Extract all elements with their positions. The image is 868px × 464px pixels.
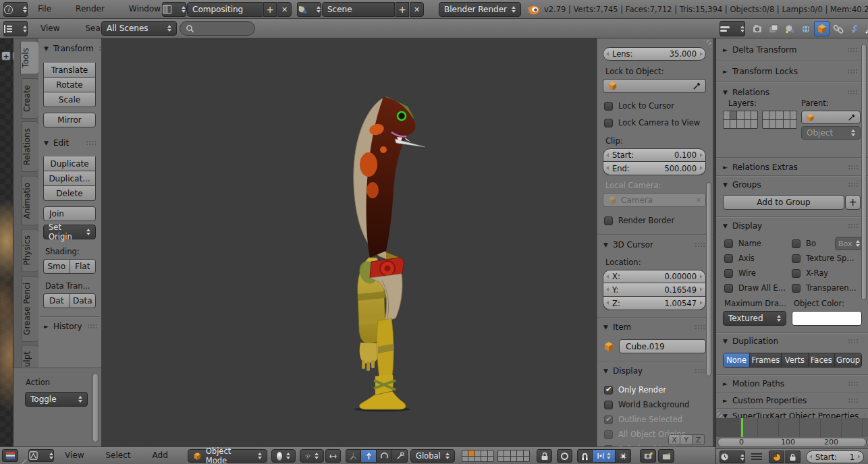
lock-to-object-field[interactable] <box>603 79 706 93</box>
parent-type-dropdown[interactable]: Object <box>801 126 861 140</box>
menu-item[interactable]: Add <box>150 451 171 460</box>
duplication-header[interactable]: ▼ Duplication <box>723 337 859 346</box>
lock-to-scene-button[interactable] <box>537 449 552 463</box>
motion-paths-header[interactable]: ► Motion Paths <box>723 379 859 388</box>
transform-locks-header[interactable]: ► Transform Locks <box>723 67 859 76</box>
history-panel-header[interactable]: ► History <box>44 322 97 331</box>
lock-time-cursor-button[interactable] <box>785 451 801 463</box>
add-layout-button[interactable]: + <box>263 2 277 17</box>
outliner-search-input[interactable] <box>180 21 255 36</box>
display-checkbox-row[interactable]: Wire <box>724 266 786 281</box>
custom-properties-header[interactable]: ► Custom Properties <box>723 396 859 405</box>
menu-item[interactable]: View <box>62 451 86 460</box>
cursor-x-field[interactable]: X:0.00000 <box>603 270 706 283</box>
panel-grip-icon[interactable] <box>863 413 865 419</box>
tool-shelf-tab[interactable]: Animatio <box>22 176 38 226</box>
snap-element-dropdown[interactable] <box>593 449 616 463</box>
shade-flat-button[interactable]: Flat <box>70 259 97 274</box>
mirror-button[interactable]: Mirror <box>43 113 96 127</box>
item-panel-header[interactable]: ▼ Item <box>603 322 706 332</box>
supertuxkart-header[interactable]: ▼ SuperTuxKart Object Properties <box>723 411 865 418</box>
item-name-field[interactable]: Cube.019 <box>619 339 706 353</box>
panel-grip-icon[interactable] <box>86 140 97 146</box>
screen-layout-selector-button[interactable] <box>162 2 186 17</box>
viewport-layers-grid-2[interactable] <box>497 450 530 462</box>
render-layers-tab[interactable] <box>765 21 781 36</box>
editor-type-outliner-button[interactable] <box>3 21 28 36</box>
relations-header[interactable]: ▼ Relations <box>723 88 859 97</box>
tool-button[interactable]: Delete <box>43 186 96 201</box>
add-scene-button[interactable]: + <box>396 2 409 17</box>
3d-viewport[interactable]: Lens: 35.000 Lock to Object: Lock to Cur… <box>101 38 715 446</box>
panel-grip-icon[interactable] <box>87 324 99 330</box>
axis-y-button[interactable]: Y <box>680 434 693 445</box>
display-checkbox-row[interactable]: Texture Sp... <box>792 251 857 266</box>
clip-start-field[interactable]: Start:0.100 <box>603 148 706 162</box>
scene-name-field[interactable]: Scene <box>322 2 395 17</box>
menu-item[interactable]: File <box>35 4 54 13</box>
menu-item[interactable]: View <box>38 24 62 33</box>
display-checkbox-row[interactable]: Axis <box>724 251 786 266</box>
panel-grip-icon[interactable] <box>695 368 706 374</box>
snap-toggle-button[interactable] <box>577 449 593 463</box>
scene-tab[interactable] <box>782 21 797 36</box>
close-scene-button[interactable]: ✕ <box>410 2 424 17</box>
rotate-manipulator-button[interactable] <box>377 449 392 463</box>
timeline-tracks[interactable] <box>715 418 868 437</box>
render-tab[interactable] <box>749 21 765 36</box>
frame-start-field[interactable]: Start: 1 <box>806 451 864 463</box>
layers-grid-1[interactable] <box>723 111 758 129</box>
properties-scrollbar[interactable] <box>861 44 867 300</box>
scrollbar[interactable] <box>92 373 99 442</box>
panel-grip-icon[interactable] <box>848 223 859 229</box>
duplication-option[interactable]: Frames <box>750 353 782 367</box>
display-checkbox-row[interactable]: Outline Selected <box>604 412 713 427</box>
tool-button[interactable]: Duplicat... <box>43 171 96 186</box>
panel-grip-icon[interactable] <box>848 381 859 387</box>
screen-layout-name-field[interactable]: Compositing <box>187 2 263 17</box>
tool-shelf-tab[interactable]: Create <box>22 78 38 119</box>
character-model[interactable] <box>329 88 437 413</box>
panel-grip-icon[interactable] <box>847 69 859 75</box>
cursor-y-field[interactable]: Y:0.16549 <box>603 283 706 297</box>
outliner-display-mode-dropdown[interactable]: All Scenes <box>101 21 177 36</box>
transform-orientation-dropdown[interactable]: Global <box>410 449 455 463</box>
tool-button[interactable]: Scale <box>43 92 96 107</box>
data-button[interactable]: Dat <box>43 293 70 308</box>
lock-to-cursor-checkbox[interactable]: Lock to Cursor <box>604 98 713 113</box>
render-engine-dropdown[interactable]: Blender Render <box>439 2 521 17</box>
set-origin-dropdown[interactable]: Set Origin <box>43 225 96 239</box>
tool-shelf-tab[interactable]: Physics <box>22 229 38 272</box>
axis-x-button[interactable]: X <box>668 434 680 445</box>
shade-smooth-button[interactable]: Smo <box>43 259 70 274</box>
tool-button[interactable]: Translate <box>43 63 96 78</box>
n-panel-scrollbar[interactable] <box>706 182 711 376</box>
display-checkbox-row[interactable]: X-Ray <box>792 266 857 281</box>
display-panel-header[interactable]: ▼ Display <box>603 366 706 376</box>
groups-header[interactable]: ▼ Groups <box>723 180 859 190</box>
duplication-option[interactable]: None <box>724 353 750 367</box>
object-display-header[interactable]: ▼ Display <box>723 221 859 231</box>
viewport-shading-dropdown[interactable] <box>271 449 296 463</box>
duplication-option[interactable]: Group <box>835 353 861 367</box>
panel-grip-icon[interactable] <box>848 182 859 188</box>
axis-z-button[interactable]: Z <box>693 434 705 445</box>
menu-item[interactable]: Render <box>73 4 107 13</box>
editor-type-info-button[interactable]: i <box>3 2 28 17</box>
cursor-z-field[interactable]: Z:1.00547 <box>603 297 706 310</box>
new-group-plus-button[interactable]: + <box>845 195 861 210</box>
lock-camera-checkbox[interactable]: Lock Camera to View <box>604 115 713 130</box>
editor-type-properties-button[interactable] <box>720 21 745 36</box>
node-editor-backdrop[interactable] <box>0 38 13 446</box>
translate-manipulator-button[interactable] <box>361 449 377 463</box>
action-dropdown[interactable]: Toggle <box>25 392 88 407</box>
pivot-point-dropdown[interactable] <box>300 449 324 463</box>
panel-grip-icon[interactable] <box>848 165 859 171</box>
relations-extras-header[interactable]: ► Relations Extras <box>723 163 859 172</box>
panel-grip-icon[interactable] <box>848 398 859 404</box>
object-color-swatch[interactable] <box>792 311 862 326</box>
clear-icon[interactable]: ✕ <box>696 196 701 204</box>
manipulator-toggle-button[interactable] <box>346 449 361 463</box>
panel-grip-icon[interactable] <box>695 324 706 330</box>
tool-shelf-tab[interactable]: Grease Penci <box>22 276 38 342</box>
